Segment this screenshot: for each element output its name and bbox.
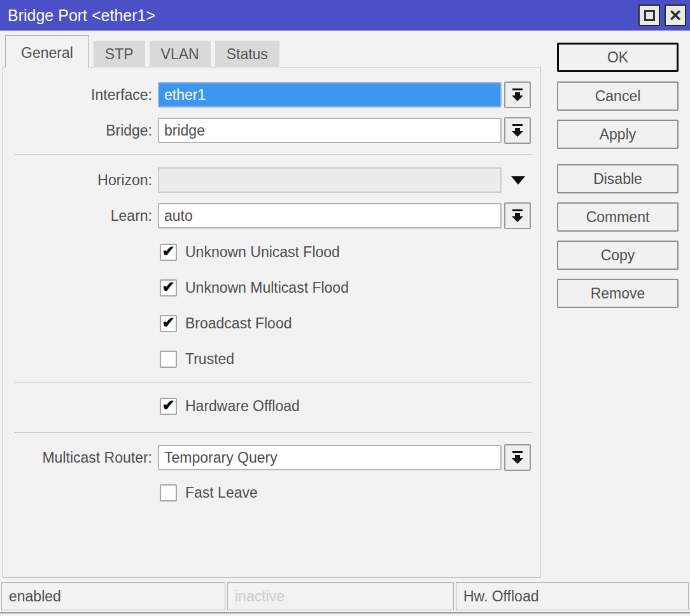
window-title: Bridge Port <ether1> [8, 6, 634, 25]
separator [15, 382, 532, 383]
multicast-router-input[interactable] [158, 445, 502, 470]
checkmark-icon: ✔ [162, 244, 174, 259]
horizon-row: Horizon: [3, 167, 540, 193]
tab-status[interactable]: Status [215, 41, 279, 67]
unknown-multicast-flood-row: ✔ Unknown Multicast Flood [160, 279, 349, 297]
interface-label: Interface: [3, 87, 158, 104]
status-offload: Hw. Offload [456, 582, 689, 610]
window-bottom-border [0, 612, 690, 613]
bridge-label: Bridge: [3, 122, 158, 139]
horizon-input[interactable] [158, 167, 502, 193]
fast-leave-row: ✔ Fast Leave [160, 484, 258, 501]
bridge-dropdown-button[interactable] [504, 117, 531, 144]
dropdown-arrow-icon [512, 88, 523, 101]
status-enabled: enabled [1, 582, 225, 610]
tab-vlan[interactable]: VLAN [150, 41, 211, 67]
interface-input[interactable] [158, 82, 502, 108]
checkmark-icon: ✔ [162, 279, 174, 295]
multicast-router-row: Multicast Router: [3, 444, 540, 471]
unknown-multicast-flood-checkbox[interactable]: ✔ [160, 279, 177, 297]
trusted-label: Trusted [185, 351, 234, 368]
dropdown-arrow-icon [512, 124, 523, 137]
titlebar[interactable]: Bridge Port <ether1> ✕ [0, 0, 690, 31]
general-tab-panel: Interface: Bridge: Horizon: Learn: [3, 67, 541, 578]
remove-button[interactable]: Remove [557, 279, 679, 308]
cancel-button[interactable]: Cancel [557, 81, 679, 111]
tab-general[interactable]: General [5, 35, 89, 67]
dropdown-arrow-icon [512, 451, 523, 464]
learn-dropdown-button[interactable] [504, 202, 531, 229]
bridge-input[interactable] [158, 118, 502, 143]
multicast-router-label: Multicast Router: [3, 449, 158, 466]
apply-button[interactable]: Apply [557, 120, 679, 149]
unknown-unicast-flood-checkbox[interactable]: ✔ [160, 244, 177, 261]
separator [15, 154, 532, 155]
status-activity: inactive [227, 582, 454, 610]
status-bar: enabled inactive Hw. Offload [0, 582, 690, 612]
broadcast-flood-label: Broadcast Flood [185, 315, 292, 332]
disable-button[interactable]: Disable [557, 164, 679, 193]
ok-button[interactable]: OK [557, 43, 679, 72]
checkmark-icon: ✔ [162, 398, 174, 413]
broadcast-flood-checkbox[interactable]: ✔ [160, 315, 177, 332]
unknown-unicast-flood-label: Unknown Unicast Flood [185, 244, 340, 261]
bridge-port-dialog: Bridge Port <ether1> ✕ General STP VLAN … [0, 0, 690, 616]
maximize-button[interactable] [638, 4, 660, 26]
tab-bar: General STP VLAN Status [5, 36, 284, 67]
dropdown-arrow-icon [512, 209, 523, 222]
hardware-offload-checkbox[interactable]: ✔ [160, 398, 177, 415]
unknown-unicast-flood-row: ✔ Unknown Unicast Flood [160, 243, 340, 261]
fast-leave-checkbox[interactable]: ✔ [160, 484, 177, 501]
interface-dropdown-button[interactable] [504, 81, 531, 108]
hardware-offload-label: Hardware Offload [185, 398, 300, 415]
comment-button[interactable]: Comment [557, 202, 679, 232]
learn-input[interactable] [158, 203, 502, 228]
horizon-label: Horizon: [3, 172, 158, 189]
close-icon: ✕ [669, 8, 682, 24]
close-button[interactable]: ✕ [665, 4, 686, 26]
tab-stp[interactable]: STP [94, 41, 145, 67]
bridge-row: Bridge: [3, 117, 540, 144]
unknown-multicast-flood-label: Unknown Multicast Flood [185, 279, 349, 297]
learn-row: Learn: [3, 202, 540, 229]
interface-row: Interface: [3, 81, 540, 108]
separator [15, 432, 532, 433]
checkmark-icon: ✔ [162, 315, 174, 330]
learn-label: Learn: [3, 207, 158, 225]
multicast-router-dropdown-button[interactable] [504, 444, 531, 471]
trusted-checkbox[interactable]: ✔ [160, 351, 177, 368]
fast-leave-label: Fast Leave [185, 484, 258, 501]
expand-arrow-icon[interactable] [511, 176, 525, 185]
copy-button[interactable]: Copy [557, 241, 679, 270]
broadcast-flood-row: ✔ Broadcast Flood [160, 314, 292, 332]
hardware-offload-row: ✔ Hardware Offload [160, 397, 300, 415]
trusted-row: ✔ Trusted [160, 350, 234, 368]
maximize-icon [644, 10, 655, 21]
